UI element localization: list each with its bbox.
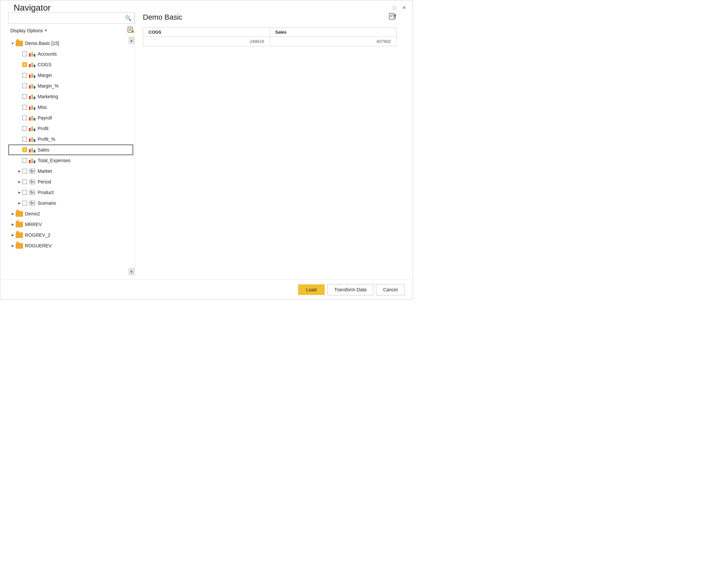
rogrev2-label: ROGREV_2 — [25, 232, 50, 238]
tree-item-demo-basic[interactable]: ▼ Demo.Basic [15] — [8, 38, 133, 49]
marketing-checkbox[interactable] — [22, 94, 27, 99]
roguerev-label: ROGUEREV — [25, 243, 52, 248]
measure-icon-cogs — [29, 62, 36, 67]
measure-icon-misc — [29, 105, 36, 110]
profit-pct-checkbox[interactable] — [22, 137, 27, 142]
load-button[interactable]: Load — [298, 284, 325, 295]
tree-item-demo2[interactable]: ▶ Demo2 — [8, 208, 133, 219]
search-input[interactable] — [11, 15, 125, 21]
misc-label: Misc — [38, 105, 47, 110]
measure-icon-accounts — [29, 51, 36, 57]
period-label: Period — [38, 179, 51, 185]
accounts-checkbox[interactable] — [22, 52, 27, 56]
dimension-icon-scenario — [29, 200, 36, 206]
tree-item-profit-pct[interactable]: Profit_% — [8, 134, 133, 145]
folder-icon-demo2 — [16, 211, 23, 217]
display-options-label: Display Options — [10, 28, 43, 33]
period-checkbox[interactable] — [22, 179, 27, 184]
tree-item-roguerev[interactable]: ▶ ROGUEREV — [8, 241, 133, 251]
measure-icon-payroll — [29, 115, 36, 120]
cogs-checkbox[interactable] — [22, 62, 27, 67]
expand-arrow-mrrev-icon: ▶ — [10, 222, 15, 227]
sales-checkbox[interactable] — [22, 148, 27, 152]
maximize-button[interactable]: □ — [391, 5, 397, 11]
profit-label: Profit — [38, 126, 49, 131]
tree-item-sales[interactable]: Sales — [8, 145, 133, 155]
cell-sales: 607902 — [270, 37, 397, 46]
market-checkbox[interactable] — [22, 169, 27, 173]
payroll-label: Payroll — [38, 115, 52, 120]
search-bar: 🔍 — [8, 12, 135, 23]
sales-label: Sales — [38, 147, 49, 153]
measure-icon-marketing — [29, 94, 36, 99]
preview-table: COGS Sales 249616 607902 — [143, 27, 397, 46]
scenario-checkbox[interactable] — [22, 201, 27, 205]
col-header-sales: Sales — [270, 28, 397, 37]
measure-icon-profit — [29, 126, 36, 131]
tree-item-market[interactable]: ▶ Market — [8, 166, 133, 176]
title-bar-controls: □ ✕ — [391, 5, 407, 11]
tree-item-rogrev2[interactable]: ▶ ROGREV_2 — [8, 230, 133, 241]
measure-icon-total-expenses — [29, 158, 36, 163]
profit-pct-label: Profit_% — [38, 137, 55, 142]
expand-arrow-icon: ▼ — [10, 41, 15, 46]
cogs-label: COGS — [38, 62, 51, 67]
tree-item-profit[interactable]: Profit — [8, 123, 133, 134]
col-header-cogs: COGS — [143, 28, 270, 37]
tree-item-margin-pct[interactable]: Margin_% — [8, 81, 133, 91]
margin-checkbox[interactable] — [22, 73, 27, 77]
tree-wrapper: ▼ Demo.Basic [15] Accounts — [8, 37, 135, 275]
expand-arrow-market-icon: ▶ — [17, 169, 22, 173]
tree-item-mrrev[interactable]: ▶ MRREV — [8, 219, 133, 230]
right-panel: Demo Basic COGS S — [135, 12, 405, 275]
expand-arrow-product-icon: ▶ — [17, 190, 22, 195]
tree-root: ▼ Demo.Basic [15] Accounts — [8, 37, 133, 252]
tree-item-scenario[interactable]: ▶ Scenario — [8, 198, 133, 208]
tree-item-total-expenses[interactable]: Total_Expenses — [8, 155, 133, 166]
bottom-bar: Load Transform Data Cancel — [0, 279, 413, 299]
tree-item-payroll[interactable]: Payroll — [8, 112, 133, 123]
add-table-icon[interactable] — [127, 26, 134, 35]
measure-icon-margin — [29, 72, 36, 78]
accounts-label: Accounts — [38, 51, 57, 57]
measure-icon-sales — [29, 147, 36, 153]
tree-area[interactable]: ▼ Demo.Basic [15] Accounts — [8, 37, 135, 275]
scroll-up-button[interactable]: ▲ — [128, 37, 135, 44]
tree-item-product[interactable]: ▶ Product — [8, 187, 133, 198]
expand-arrow-scenario-icon: ▶ — [17, 201, 22, 205]
tree-item-cogs[interactable]: COGS — [8, 59, 133, 70]
scroll-down-button[interactable]: ▼ — [128, 268, 135, 275]
marketing-label: Marketing — [38, 94, 58, 99]
product-checkbox[interactable] — [22, 190, 27, 195]
close-button[interactable]: ✕ — [401, 5, 407, 11]
export-icon[interactable] — [388, 12, 397, 22]
margin-pct-label: Margin_% — [38, 83, 59, 89]
left-panel: 🔍 Display Options ▼ — [8, 12, 135, 275]
tree-item-accounts[interactable]: Accounts — [8, 49, 133, 59]
display-options-button[interactable]: Display Options ▼ — [9, 27, 49, 34]
expand-arrow-period-icon: ▶ — [17, 179, 22, 184]
expand-arrow-rogrev2-icon: ▶ — [10, 233, 15, 238]
product-label: Product — [38, 190, 54, 195]
dimension-icon-market — [29, 168, 36, 174]
measure-icon-profit-pct — [29, 137, 36, 142]
tree-item-period[interactable]: ▶ Period — [8, 176, 133, 187]
folder-icon-roguerev — [16, 243, 23, 249]
folder-icon-mrrev — [16, 222, 23, 227]
misc-checkbox[interactable] — [22, 105, 27, 110]
tree-item-marketing[interactable]: Marketing — [8, 91, 133, 102]
payroll-checkbox[interactable] — [22, 115, 27, 120]
demo-basic-label: Demo.Basic [15] — [25, 41, 59, 46]
total-expenses-checkbox[interactable] — [22, 158, 27, 163]
tree-item-margin[interactable]: Margin — [8, 70, 133, 81]
margin-pct-checkbox[interactable] — [22, 84, 27, 88]
expand-arrow-demo2-icon: ▶ — [10, 211, 15, 216]
transform-data-button[interactable]: Transform Data — [327, 284, 374, 295]
total-expenses-label: Total_Expenses — [38, 158, 70, 163]
tree-item-misc[interactable]: Misc — [8, 102, 133, 112]
dimension-icon-product — [29, 190, 36, 195]
search-icon: 🔍 — [125, 15, 132, 21]
profit-checkbox[interactable] — [22, 126, 27, 131]
cell-cogs: 249616 — [143, 37, 270, 46]
cancel-button[interactable]: Cancel — [376, 284, 405, 295]
